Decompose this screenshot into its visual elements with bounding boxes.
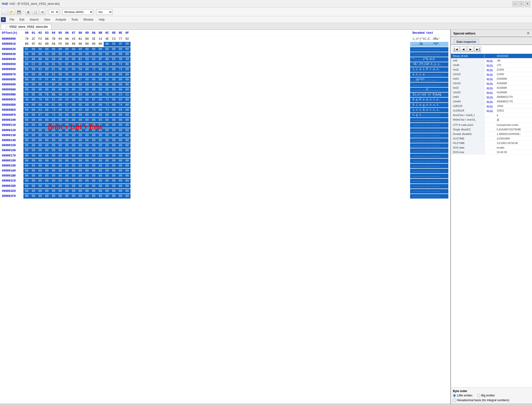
- menu-edit[interactable]: Edit: [17, 17, 27, 22]
- hex-byte[interactable]: 00: [97, 184, 104, 189]
- hex-byte[interactable]: 5C: [57, 62, 64, 67]
- hex-byte[interactable]: 3D: [117, 57, 124, 62]
- hex-byte[interactable]: 00: [84, 42, 90, 47]
- hex-byte[interactable]: 63: [37, 67, 44, 72]
- hex-byte[interactable]: 74: [90, 108, 97, 112]
- hex-byte[interactable]: 00: [124, 128, 131, 133]
- hex-byte[interactable]: 00: [57, 148, 64, 153]
- hex-byte[interactable]: 00: [117, 128, 124, 133]
- hex-row[interactable]: 000000800000FFFFAA553F000700000000000000…: [0, 77, 450, 82]
- hex-byte[interactable]: 00: [44, 174, 50, 178]
- hex-byte[interactable]: 00: [77, 47, 84, 52]
- hex-byte[interactable]: 00: [30, 154, 37, 158]
- menu-window[interactable]: Window: [81, 17, 96, 22]
- hex-row[interactable]: 0000014000000000000000000000000000000000…: [0, 138, 450, 143]
- little-endian-option[interactable]: Little endian: [453, 394, 473, 397]
- hex-byte[interactable]: 00: [44, 128, 50, 133]
- hex-byte[interactable]: 00: [23, 143, 30, 148]
- hex-byte[interactable]: 00: [37, 52, 44, 57]
- hex-byte[interactable]: 00: [37, 133, 44, 138]
- hex-byte[interactable]: 00: [84, 138, 90, 143]
- hex-byte[interactable]: 00: [70, 42, 77, 47]
- menu-search[interactable]: Search: [27, 17, 41, 22]
- hex-byte[interactable]: 00: [23, 138, 30, 143]
- hex-byte[interactable]: 00: [37, 159, 44, 163]
- hex-byte[interactable]: 00: [50, 138, 57, 143]
- hex-byte[interactable]: 00: [57, 189, 64, 194]
- hex-byte[interactable]: CE: [23, 93, 30, 97]
- hex-byte[interactable]: 00: [104, 169, 110, 173]
- data-inspector-row[interactable]: Int64go to:30068921770: [451, 95, 532, 99]
- hex-byte[interactable]: F3: [37, 37, 44, 41]
- hex-byte[interactable]: 00: [124, 52, 131, 57]
- hex-byte[interactable]: 00: [124, 138, 131, 143]
- hex-byte[interactable]: C3: [110, 37, 117, 41]
- hex-byte[interactable]: 9E: [30, 93, 37, 97]
- hex-byte[interactable]: 00: [124, 169, 131, 173]
- hex-byte[interactable]: 00: [70, 108, 77, 112]
- data-goto-link[interactable]: go to:: [485, 72, 495, 76]
- hex-byte[interactable]: 00: [70, 67, 77, 72]
- data-goto-link[interactable]: go to:: [485, 77, 495, 81]
- hex-byte[interactable]: 50: [77, 62, 84, 67]
- hex-byte[interactable]: 00: [84, 73, 90, 77]
- hex-byte[interactable]: 00: [124, 67, 131, 72]
- hex-byte[interactable]: 00: [104, 143, 110, 148]
- hex-byte[interactable]: 6D: [77, 98, 84, 102]
- hex-byte[interactable]: 00: [64, 179, 70, 183]
- hex-byte[interactable]: A1: [77, 37, 84, 41]
- hex-byte[interactable]: 00: [70, 194, 77, 199]
- hex-byte[interactable]: 00: [84, 189, 90, 194]
- hex-byte[interactable]: 77: [117, 37, 124, 41]
- hex-byte[interactable]: 00: [64, 57, 70, 62]
- hex-byte[interactable]: 00: [84, 154, 90, 158]
- hex-row[interactable]: 000000B0CE9E3BFBBA4A3349B49DB4D67D892351…: [0, 92, 450, 97]
- hex-byte[interactable]: 00: [124, 73, 131, 77]
- hex-byte[interactable]: 00: [90, 184, 97, 189]
- data-inspector-row[interactable]: DOS dateInvalid: [451, 145, 532, 150]
- hex-byte[interactable]: 00: [50, 133, 57, 138]
- hex-byte[interactable]: 00: [57, 108, 64, 112]
- hex-byte[interactable]: 00: [44, 164, 50, 168]
- hex-byte[interactable]: 00: [90, 179, 97, 183]
- hex-byte[interactable]: 00: [44, 194, 50, 199]
- hex-byte[interactable]: 74: [104, 108, 110, 112]
- hex-byte[interactable]: 00: [97, 118, 104, 122]
- hex-byte[interactable]: 00: [124, 47, 131, 52]
- hex-byte[interactable]: 00: [90, 138, 97, 143]
- hex-byte[interactable]: 00: [117, 52, 124, 57]
- hex-byte[interactable]: 00: [64, 113, 70, 117]
- hex-byte[interactable]: 00: [104, 159, 110, 163]
- hex-byte[interactable]: 00: [57, 118, 64, 122]
- hex-byte[interactable]: 00: [124, 123, 131, 128]
- hex-byte[interactable]: 00: [90, 47, 97, 52]
- data-inspector-row[interactable]: FILETIME1/1/1601 00:50:06: [451, 141, 532, 145]
- hex-byte[interactable]: 00: [104, 174, 110, 178]
- hex-byte[interactable]: 00: [57, 103, 64, 108]
- hex-byte[interactable]: 00: [110, 128, 117, 133]
- hex-byte[interactable]: 00: [90, 78, 97, 82]
- hex-byte[interactable]: 00: [117, 184, 124, 189]
- hex-byte[interactable]: 69: [23, 67, 30, 72]
- hex-byte[interactable]: 00: [110, 73, 117, 77]
- hex-byte[interactable]: 00: [37, 143, 44, 148]
- hex-byte[interactable]: 00: [124, 108, 131, 112]
- hex-byte[interactable]: 00: [70, 189, 77, 194]
- hex-byte[interactable]: 00: [30, 133, 37, 138]
- hex-byte[interactable]: 00: [70, 143, 77, 148]
- hex-byte[interactable]: 00: [110, 78, 117, 82]
- hex-byte[interactable]: FF: [44, 78, 50, 82]
- hex-byte[interactable]: 00: [64, 174, 70, 178]
- hex-byte[interactable]: 00: [124, 174, 131, 178]
- hex-byte[interactable]: 00: [77, 42, 84, 47]
- hex-byte[interactable]: 00: [30, 159, 37, 163]
- data-goto-link[interactable]: go to:: [485, 63, 495, 67]
- hex-byte[interactable]: E9: [110, 57, 117, 62]
- hex-byte[interactable]: 99: [84, 57, 90, 62]
- hex-byte[interactable]: 00: [110, 67, 117, 72]
- view-select[interactable]: hex decimal: [96, 9, 112, 15]
- hex-byte[interactable]: 00: [44, 88, 50, 92]
- hex-byte[interactable]: 00: [30, 169, 37, 173]
- hex-byte[interactable]: 00: [44, 67, 50, 72]
- data-goto-link[interactable]: go to:: [485, 95, 495, 99]
